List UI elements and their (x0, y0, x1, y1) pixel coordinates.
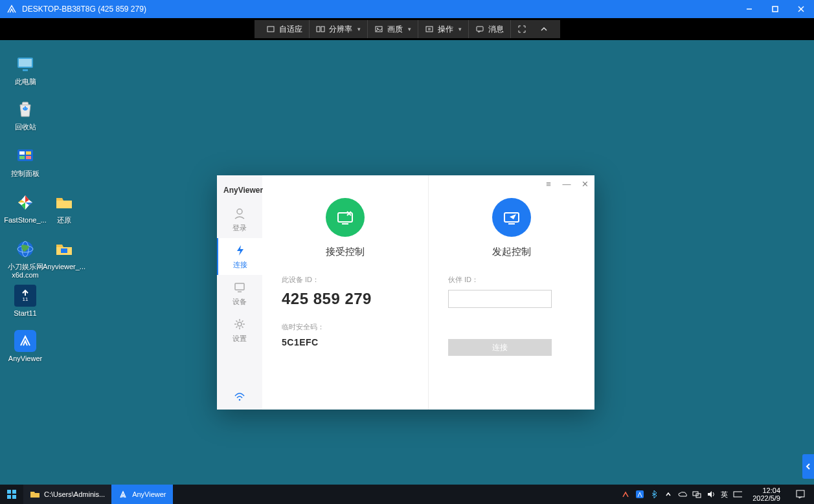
desktop-icon-computer[interactable]: 此电脑 (3, 53, 48, 86)
toolbar-resolution-label: 分辨率 (329, 24, 352, 35)
folder-icon (53, 192, 75, 214)
svg-rect-48 (797, 490, 804, 497)
nav-login-label: 登录 (232, 223, 247, 233)
quality-icon (374, 25, 383, 34)
message-icon (475, 25, 484, 34)
desktop-icon-control-panel[interactable]: 控制面板 (3, 145, 48, 178)
svg-rect-38 (12, 490, 16, 494)
side-panel-toggle[interactable] (802, 454, 814, 479)
toolbar-message[interactable]: 消息 (469, 20, 511, 38)
operate-icon (425, 25, 434, 34)
partner-id-label: 伙伴 ID： (448, 275, 479, 285)
svg-rect-18 (26, 151, 31, 155)
titlebar: DESKTOP-BB38T8G (425 859 279) (0, 0, 814, 18)
device-id-label: 此设备 ID： (282, 275, 319, 285)
chevron-down-icon: ▾ (357, 26, 361, 32)
toolbar-quality[interactable]: 画质 ▾ (368, 20, 418, 38)
desktop-icon-restore[interactable]: 还原 (41, 192, 87, 225)
toolbar-resolution[interactable]: 分辨率 ▾ (310, 20, 368, 38)
toolbar-wrap: 自适应 分辨率 ▾ 画质 ▾ 操作 ▾ 消息 (0, 18, 814, 40)
svg-rect-9 (426, 27, 433, 32)
anyviewer-sidebar: AnyViewer 登录 连接 设备 设置 (217, 175, 262, 410)
onedrive-icon[interactable] (678, 490, 687, 499)
toolbar-fit[interactable]: 自适应 (260, 20, 310, 38)
toolbar-message-label: 消息 (488, 24, 504, 35)
nav-settings[interactable]: 设置 (217, 312, 262, 349)
user-icon (232, 206, 247, 221)
partner-id-input[interactable] (448, 290, 552, 308)
nav-connect[interactable]: 连接 (217, 238, 262, 275)
gear-icon (232, 317, 247, 331)
svg-point-32 (239, 399, 241, 401)
svg-point-28 (237, 209, 242, 214)
taskbar-item-anyviewer[interactable]: AnyViewer (111, 485, 172, 504)
folder-icon (53, 238, 75, 260)
svg-rect-39 (7, 495, 11, 499)
desktop-icon-label: 此电脑 (3, 78, 48, 86)
anyviewer-icon (14, 330, 36, 352)
tray-anyviewer-icon[interactable] (635, 490, 644, 499)
menu-icon[interactable]: ≡ (544, 179, 553, 188)
minimize-button[interactable]: — (562, 179, 571, 188)
keyboard-icon[interactable] (733, 490, 742, 499)
svg-point-31 (238, 322, 242, 326)
taskbar-item-label: C:\Users\Adminis... (44, 490, 105, 498)
panel-accept-control: 接受控制 此设备 ID： 425 859 279 临时安全码： 5C1EFC (262, 175, 429, 410)
minimize-button[interactable] (736, 0, 762, 18)
nav-device-label: 设备 (232, 297, 247, 307)
chevron-up-icon[interactable] (664, 490, 673, 499)
svg-rect-45 (734, 492, 742, 497)
panel-initiate-control: 发起控制 伙伴 ID： 连接 (429, 175, 594, 410)
computer-icon (14, 53, 36, 75)
app-logo-icon (5, 3, 18, 16)
maximize-button[interactable] (762, 0, 788, 18)
connect-button[interactable]: 连接 (448, 339, 552, 356)
panel-initiate-title: 发起控制 (492, 246, 531, 258)
monitor-icon (232, 280, 247, 294)
globe-icon (14, 238, 36, 260)
ime-indicator[interactable]: 英 (721, 490, 728, 499)
desktop-icon-anyviewer-shortcut[interactable]: Anyviewer_... (41, 238, 87, 271)
fullscreen-icon (517, 25, 526, 34)
svg-rect-14 (19, 59, 32, 67)
volume-icon[interactable] (707, 490, 716, 499)
desktop-icon-recycle-bin[interactable]: 回收站 (3, 98, 48, 131)
resolution-icon (316, 25, 325, 34)
start-button[interactable] (0, 485, 23, 504)
nav-login[interactable]: 登录 (217, 201, 262, 238)
chevron-down-icon: ▾ (458, 26, 462, 32)
svg-rect-12 (477, 27, 483, 31)
faststone-icon (14, 192, 36, 214)
desktop-icon-anyviewer[interactable]: AnyViewer (3, 330, 48, 363)
taskbar-clock[interactable]: 12:04 2022/5/9 (747, 487, 786, 502)
accept-control-icon (326, 198, 365, 237)
svg-rect-37 (7, 490, 11, 494)
tray-app-icon[interactable] (621, 490, 630, 499)
svg-rect-4 (267, 27, 274, 32)
security-code-value: 5C1EFC (282, 337, 319, 347)
toolbar-operate[interactable]: 操作 ▾ (418, 20, 469, 38)
bolt-icon (233, 243, 247, 257)
anyviewer-brand: AnyViewer (223, 181, 263, 201)
network-icon[interactable] (692, 490, 701, 499)
control-panel-icon (14, 145, 36, 167)
close-button[interactable]: ✕ (580, 179, 589, 188)
notification-center-button[interactable] (791, 485, 810, 504)
nav-settings-label: 设置 (232, 334, 247, 344)
svg-rect-20 (26, 156, 31, 159)
desktop-icon-label: AnyViewer (3, 355, 48, 363)
taskbar: C:\Users\Adminis... AnyViewer 英 12:04 20… (0, 485, 814, 504)
nav-device[interactable]: 设备 (217, 275, 262, 312)
toolbar-collapse[interactable] (533, 20, 555, 38)
toolbar-fullscreen[interactable] (511, 20, 533, 38)
taskbar-item-explorer[interactable]: C:\Users\Adminis... (23, 485, 111, 504)
svg-rect-40 (12, 495, 16, 499)
chevron-up-icon (539, 25, 548, 34)
bluetooth-icon[interactable] (650, 490, 659, 499)
window-title: DESKTOP-BB38T8G (425 859 279) (22, 5, 736, 14)
close-button[interactable] (788, 0, 814, 18)
desktop-icon-label: Start11 (3, 309, 48, 318)
svg-rect-1 (773, 6, 778, 12)
desktop-icon-start11[interactable]: 11 Start11 (3, 285, 48, 318)
svg-rect-15 (23, 69, 28, 71)
